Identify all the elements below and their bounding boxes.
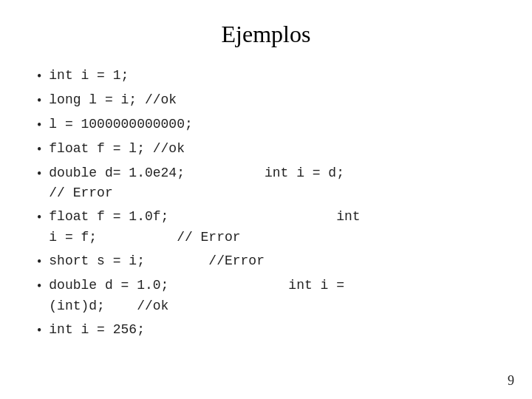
code-text: // Error <box>49 183 344 204</box>
content-area: •int i = 1;•long l = i; //ok•l = 1000000… <box>0 66 532 341</box>
code-block: double d = 1.0; int i =(int)d; //ok <box>49 276 344 317</box>
bullet-icon: • <box>37 276 41 297</box>
list-item: •int i = 256; <box>37 320 510 341</box>
code-text: int i = 1; <box>49 66 129 86</box>
code-text: short s = i; //Error <box>49 251 265 272</box>
bullet-icon: • <box>37 252 41 273</box>
code-text: double d = 1.0; int i = <box>49 276 344 296</box>
list-item: •long l = i; //ok <box>37 90 510 112</box>
page-title: Ejemplos <box>0 21 532 48</box>
code-block: float f = 1.0f; inti = f; // Error <box>49 207 360 248</box>
list-item: •float f = l; //ok <box>37 139 510 160</box>
code-text: i = f; // Error <box>49 228 360 248</box>
list-item: •double d = 1.0; int i =(int)d; //ok <box>37 276 510 317</box>
code-text: l = 1000000000000; <box>49 115 192 135</box>
bullet-list: •int i = 1;•long l = i; //ok•l = 1000000… <box>37 66 510 341</box>
bullet-icon: • <box>37 66 41 87</box>
code-text: double d= 1.0e24; int i = d; <box>49 163 344 184</box>
bullet-icon: • <box>37 208 41 228</box>
bullet-icon: • <box>37 164 41 185</box>
list-item: •double d= 1.0e24; int i = d;// Error <box>37 163 510 205</box>
bullet-icon: • <box>37 91 41 112</box>
list-item: •int i = 1; <box>37 66 510 87</box>
bullet-icon: • <box>37 115 41 136</box>
bullet-icon: • <box>37 140 41 160</box>
code-text: int i = 256; <box>49 320 145 341</box>
code-text: (int)d; //ok <box>49 296 344 317</box>
list-item: •short s = i; //Error <box>37 251 510 273</box>
code-text: long l = i; //ok <box>49 90 177 111</box>
page-number: 9 <box>508 373 514 389</box>
code-text: float f = 1.0f; int <box>49 207 360 228</box>
bullet-icon: • <box>37 321 41 341</box>
code-block: double d= 1.0e24; int i = d;// Error <box>49 163 344 205</box>
list-item: •l = 1000000000000; <box>37 115 510 136</box>
list-item: •float f = 1.0f; inti = f; // Error <box>37 207 510 248</box>
code-text: float f = l; //ok <box>49 139 185 160</box>
